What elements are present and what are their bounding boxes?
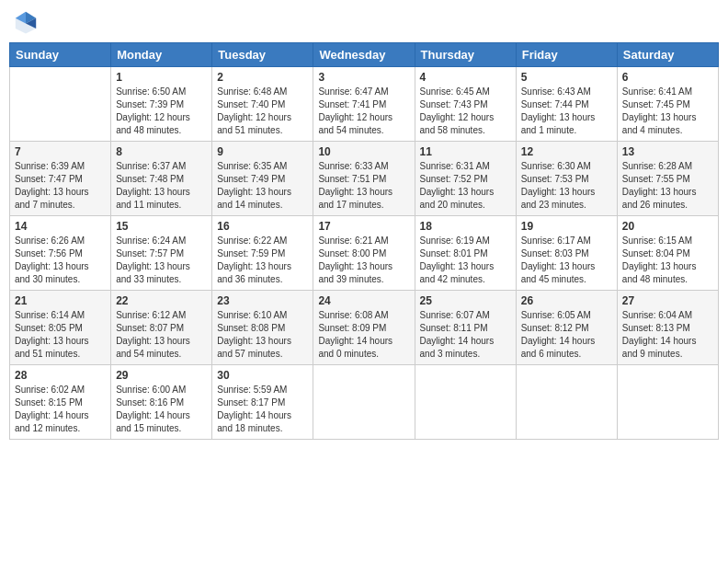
day-number: 14 [15,220,106,233]
day-info: Sunrise: 6:24 AMSunset: 7:57 PMDaylight:… [116,235,207,286]
day-cell: 12 Sunrise: 6:30 AMSunset: 7:53 PMDaylig… [516,142,617,216]
day-cell: 28 Sunrise: 6:02 AMSunset: 8:15 PMDaylig… [10,365,111,440]
day-info: Sunrise: 6:12 AMSunset: 8:07 PMDaylight:… [116,309,207,361]
page-header [9,9,719,35]
day-info: Sunrise: 6:47 AMSunset: 7:41 PMDaylight:… [318,86,409,137]
day-number: 5 [521,71,612,84]
day-number: 28 [15,369,106,382]
day-cell: 10 Sunrise: 6:33 AMSunset: 7:51 PMDaylig… [313,142,415,216]
day-cell: 30 Sunrise: 5:59 AMSunset: 8:17 PMDaylig… [212,365,313,440]
day-cell: 4 Sunrise: 6:45 AMSunset: 7:43 PMDayligh… [415,67,516,142]
column-header-monday: Monday [111,43,212,67]
day-number: 1 [116,71,207,84]
column-header-friday: Friday [516,43,617,67]
day-cell: 2 Sunrise: 6:48 AMSunset: 7:40 PMDayligh… [212,67,313,142]
day-cell: 23 Sunrise: 6:10 AMSunset: 8:08 PMDaylig… [212,291,313,365]
day-cell: 9 Sunrise: 6:35 AMSunset: 7:49 PMDayligh… [212,142,313,216]
day-cell [617,365,718,440]
day-cell: 20 Sunrise: 6:15 AMSunset: 8:04 PMDaylig… [617,216,718,291]
header-row: SundayMondayTuesdayWednesdayThursdayFrid… [10,43,719,67]
day-cell [516,365,617,440]
day-info: Sunrise: 6:30 AMSunset: 7:53 PMDaylight:… [521,160,612,212]
day-cell: 29 Sunrise: 6:00 AMSunset: 8:16 PMDaylig… [111,365,212,440]
week-row-5: 28 Sunrise: 6:02 AMSunset: 8:15 PMDaylig… [10,365,719,440]
day-cell: 8 Sunrise: 6:37 AMSunset: 7:48 PMDayligh… [111,142,212,216]
day-cell: 6 Sunrise: 6:41 AMSunset: 7:45 PMDayligh… [617,67,718,142]
day-info: Sunrise: 6:35 AMSunset: 7:49 PMDaylight:… [217,160,308,212]
day-info: Sunrise: 6:15 AMSunset: 8:04 PMDaylight:… [622,235,713,286]
day-cell: 1 Sunrise: 6:50 AMSunset: 7:39 PMDayligh… [111,67,212,142]
day-number: 9 [217,145,308,158]
week-row-3: 14 Sunrise: 6:26 AMSunset: 7:56 PMDaylig… [10,216,719,291]
day-cell: 14 Sunrise: 6:26 AMSunset: 7:56 PMDaylig… [10,216,111,291]
day-number: 29 [116,369,207,382]
day-info: Sunrise: 6:19 AMSunset: 8:01 PMDaylight:… [420,235,511,286]
day-number: 24 [318,294,409,307]
day-info: Sunrise: 6:26 AMSunset: 7:56 PMDaylight:… [15,235,106,286]
day-cell [10,67,111,142]
day-info: Sunrise: 6:45 AMSunset: 7:43 PMDaylight:… [420,86,511,137]
day-info: Sunrise: 6:21 AMSunset: 8:00 PMDaylight:… [318,235,409,286]
day-cell: 16 Sunrise: 6:22 AMSunset: 7:59 PMDaylig… [212,216,313,291]
calendar-table: SundayMondayTuesdayWednesdayThursdayFrid… [9,42,719,440]
day-number: 6 [622,71,713,84]
day-number: 21 [15,294,106,307]
day-number: 23 [217,294,308,307]
week-row-2: 7 Sunrise: 6:39 AMSunset: 7:47 PMDayligh… [10,142,719,216]
day-info: Sunrise: 6:00 AMSunset: 8:16 PMDaylight:… [116,384,207,435]
day-number: 27 [622,294,713,307]
day-number: 13 [622,145,713,158]
logo [13,9,42,35]
day-number: 22 [116,294,207,307]
day-cell: 17 Sunrise: 6:21 AMSunset: 8:00 PMDaylig… [313,216,415,291]
day-info: Sunrise: 6:08 AMSunset: 8:09 PMDaylight:… [318,309,409,361]
day-info: Sunrise: 6:10 AMSunset: 8:08 PMDaylight:… [217,309,308,361]
day-number: 8 [116,145,207,158]
day-info: Sunrise: 6:50 AMSunset: 7:39 PMDaylight:… [116,86,207,137]
day-info: Sunrise: 6:22 AMSunset: 7:59 PMDaylight:… [217,235,308,286]
day-number: 25 [420,294,511,307]
day-cell: 11 Sunrise: 6:31 AMSunset: 7:52 PMDaylig… [415,142,516,216]
day-cell: 5 Sunrise: 6:43 AMSunset: 7:44 PMDayligh… [516,67,617,142]
day-info: Sunrise: 6:07 AMSunset: 8:11 PMDaylight:… [420,309,511,361]
day-cell: 19 Sunrise: 6:17 AMSunset: 8:03 PMDaylig… [516,216,617,291]
day-number: 26 [521,294,612,307]
column-header-thursday: Thursday [415,43,516,67]
day-cell: 26 Sunrise: 6:05 AMSunset: 8:12 PMDaylig… [516,291,617,365]
column-header-saturday: Saturday [617,43,718,67]
week-row-4: 21 Sunrise: 6:14 AMSunset: 8:05 PMDaylig… [10,291,719,365]
day-cell: 25 Sunrise: 6:07 AMSunset: 8:11 PMDaylig… [415,291,516,365]
day-info: Sunrise: 6:28 AMSunset: 7:55 PMDaylight:… [622,160,713,212]
day-number: 12 [521,145,612,158]
day-cell: 3 Sunrise: 6:47 AMSunset: 7:41 PMDayligh… [313,67,415,142]
week-row-1: 1 Sunrise: 6:50 AMSunset: 7:39 PMDayligh… [10,67,719,142]
day-info: Sunrise: 6:02 AMSunset: 8:15 PMDaylight:… [15,384,106,435]
day-number: 7 [15,145,106,158]
day-cell: 18 Sunrise: 6:19 AMSunset: 8:01 PMDaylig… [415,216,516,291]
day-number: 30 [217,369,308,382]
day-cell: 13 Sunrise: 6:28 AMSunset: 7:55 PMDaylig… [617,142,718,216]
day-info: Sunrise: 6:37 AMSunset: 7:48 PMDaylight:… [116,160,207,212]
day-number: 17 [318,220,409,233]
day-number: 18 [420,220,511,233]
day-info: Sunrise: 6:33 AMSunset: 7:51 PMDaylight:… [318,160,409,212]
day-cell: 7 Sunrise: 6:39 AMSunset: 7:47 PMDayligh… [10,142,111,216]
day-number: 3 [318,71,409,84]
column-header-sunday: Sunday [10,43,111,67]
day-number: 16 [217,220,308,233]
day-info: Sunrise: 6:04 AMSunset: 8:13 PMDaylight:… [622,309,713,361]
day-info: Sunrise: 6:17 AMSunset: 8:03 PMDaylight:… [521,235,612,286]
day-number: 10 [318,145,409,158]
day-number: 4 [420,71,511,84]
column-header-wednesday: Wednesday [313,43,415,67]
day-number: 11 [420,145,511,158]
day-number: 15 [116,220,207,233]
day-cell: 15 Sunrise: 6:24 AMSunset: 7:57 PMDaylig… [111,216,212,291]
column-header-tuesday: Tuesday [212,43,313,67]
day-number: 20 [622,220,713,233]
day-info: Sunrise: 6:14 AMSunset: 8:05 PMDaylight:… [15,309,106,361]
day-info: Sunrise: 6:05 AMSunset: 8:12 PMDaylight:… [521,309,612,361]
day-cell: 22 Sunrise: 6:12 AMSunset: 8:07 PMDaylig… [111,291,212,365]
day-number: 19 [521,220,612,233]
day-cell [415,365,516,440]
